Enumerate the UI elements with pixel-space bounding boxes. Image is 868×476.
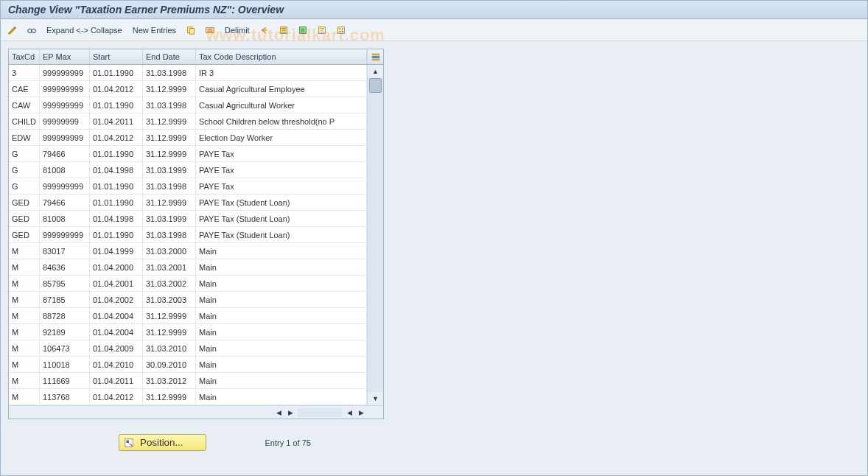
- table-row[interactable]: M11001801.04.201030.09.2010Main: [9, 357, 367, 373]
- hscroll-left2-icon[interactable]: ◀: [343, 406, 355, 419]
- table-row[interactable]: M10647301.04.200931.03.2010Main: [9, 340, 367, 357]
- cell-taxcd[interactable]: M: [9, 373, 40, 388]
- scroll-up-icon[interactable]: ▲: [368, 65, 383, 78]
- cell-taxcd[interactable]: GED: [9, 227, 40, 242]
- config-icon[interactable]: [334, 23, 349, 38]
- cell-desc: PAYE Tax (Student Loan): [196, 195, 367, 210]
- cell-end: 31.03.2012: [143, 373, 196, 388]
- col-header-epmax[interactable]: EP Max: [40, 49, 90, 64]
- cell-taxcd[interactable]: M: [9, 259, 40, 275]
- cell-epmax: 92189: [40, 324, 90, 340]
- hscroll-right2-icon[interactable]: ▶: [355, 406, 367, 419]
- table-row[interactable]: M8579501.04.200131.03.2002Main: [9, 276, 367, 292]
- cell-taxcd[interactable]: G: [9, 146, 40, 161]
- table-row[interactable]: M8718501.04.200231.03.2003Main: [9, 292, 367, 308]
- cell-desc: Main: [196, 308, 367, 323]
- cell-start: 01.04.2004: [90, 324, 143, 340]
- cell-taxcd[interactable]: GED: [9, 211, 40, 226]
- table-row[interactable]: M9218901.04.200431.12.9999Main: [9, 324, 367, 340]
- vertical-scrollbar[interactable]: ▲ ▼: [367, 65, 383, 405]
- cell-taxcd[interactable]: EDW: [9, 130, 40, 145]
- cell-taxcd[interactable]: M: [9, 357, 40, 372]
- position-button[interactable]: Position...: [119, 434, 206, 451]
- select-block-icon[interactable]: [295, 23, 310, 38]
- table-row[interactable]: GED99999999901.01.199031.03.1998PAYE Tax…: [9, 227, 367, 243]
- glasses-icon[interactable]: [24, 23, 39, 38]
- hscroll-right-icon[interactable]: ▶: [284, 406, 296, 419]
- table-row[interactable]: M11376801.04.201231.12.9999Main: [9, 389, 367, 405]
- scroll-track[interactable]: [368, 78, 383, 392]
- data-grid: TaxCd EP Max Start End Date Tax Code Des…: [8, 49, 384, 419]
- cell-epmax: 99999999: [40, 113, 90, 129]
- cell-taxcd[interactable]: CAW: [9, 97, 40, 113]
- cell-desc: Main: [196, 389, 367, 405]
- table-row[interactable]: GED8100801.04.199831.03.1999PAYE Tax (St…: [9, 211, 367, 227]
- cell-taxcd[interactable]: M: [9, 389, 40, 405]
- svg-rect-10: [339, 28, 340, 29]
- table-row[interactable]: G7946601.01.199031.12.9999PAYE Tax: [9, 146, 367, 162]
- deselect-all-icon[interactable]: [315, 23, 329, 38]
- col-header-taxcd[interactable]: TaxCd: [9, 49, 40, 64]
- col-header-desc[interactable]: Tax Code Description: [196, 49, 367, 64]
- table-row[interactable]: M8463601.04.200031.03.2001Main: [9, 259, 367, 276]
- col-header-end[interactable]: End Date: [143, 49, 196, 64]
- cell-desc: PAYE Tax: [196, 162, 367, 178]
- table-row[interactable]: G99999999901.01.199031.03.1998PAYE Tax: [9, 178, 367, 195]
- undo-icon[interactable]: [257, 23, 272, 38]
- cell-start: 01.04.2002: [90, 292, 143, 307]
- col-header-start[interactable]: Start: [90, 49, 143, 64]
- table-row[interactable]: G8100801.04.199831.03.1999PAYE Tax: [9, 162, 367, 178]
- copy-icon[interactable]: [183, 23, 198, 38]
- delimit-button[interactable]: Delimit: [222, 24, 253, 36]
- delete-icon[interactable]: [203, 23, 217, 38]
- table-row[interactable]: GED7946601.01.199031.12.9999PAYE Tax (St…: [9, 195, 367, 211]
- cell-epmax: 87185: [40, 292, 90, 307]
- svg-rect-16: [371, 59, 379, 61]
- cell-taxcd[interactable]: M: [9, 340, 40, 356]
- table-row[interactable]: EDW99999999901.04.201231.12.9999Election…: [9, 130, 367, 146]
- table-settings-icon[interactable]: [367, 49, 383, 64]
- cell-epmax: 79466: [40, 195, 90, 210]
- table-row[interactable]: M8872801.04.200431.12.9999Main: [9, 308, 367, 324]
- table-row[interactable]: CHILD9999999901.04.201131.12.9999School …: [9, 113, 367, 130]
- cell-taxcd[interactable]: CAE: [9, 81, 40, 97]
- hscroll-left-icon[interactable]: ◀: [273, 406, 284, 419]
- svg-rect-9: [337, 27, 344, 33]
- cell-taxcd[interactable]: M: [9, 292, 40, 307]
- cell-taxcd[interactable]: GED: [9, 195, 40, 210]
- cell-start: 01.01.1990: [90, 195, 143, 210]
- grid-header-row: TaxCd EP Max Start End Date Tax Code Des…: [9, 49, 383, 65]
- cell-taxcd[interactable]: G: [9, 162, 40, 178]
- new-entries-button[interactable]: New Entries: [130, 24, 179, 36]
- table-row[interactable]: M8301701.04.199931.03.2000Main: [9, 243, 367, 259]
- cell-end: 31.12.9999: [143, 81, 196, 97]
- cell-epmax: 84636: [40, 259, 90, 275]
- cell-end: 31.03.2002: [143, 276, 196, 291]
- scroll-down-icon[interactable]: ▼: [368, 392, 383, 405]
- cell-taxcd[interactable]: M: [9, 276, 40, 291]
- svg-rect-7: [301, 28, 304, 32]
- cell-epmax: 110018: [40, 357, 90, 372]
- select-all-icon[interactable]: [276, 23, 291, 38]
- cell-taxcd[interactable]: M: [9, 243, 40, 259]
- cell-taxcd[interactable]: M: [9, 324, 40, 340]
- table-row[interactable]: CAE99999999901.04.201231.12.9999Casual A…: [9, 81, 367, 97]
- cell-taxcd[interactable]: 3: [9, 65, 40, 80]
- horizontal-scrollbar[interactable]: ◀ ▶ ◀ ▶: [9, 405, 383, 419]
- table-row[interactable]: M11166901.04.201131.03.2012Main: [9, 373, 367, 389]
- cell-taxcd[interactable]: G: [9, 178, 40, 194]
- cell-epmax: 81008: [40, 211, 90, 226]
- table-row[interactable]: 399999999901.01.199031.03.1998IR 3: [9, 65, 367, 81]
- cell-taxcd[interactable]: M: [9, 308, 40, 323]
- expand-collapse-button[interactable]: Expand <-> Collapse: [43, 24, 125, 36]
- cell-end: 31.03.2000: [143, 243, 196, 259]
- cell-end: 31.03.1999: [143, 162, 196, 178]
- scroll-thumb[interactable]: [369, 78, 382, 93]
- cell-taxcd[interactable]: CHILD: [9, 113, 40, 129]
- toggle-change-icon[interactable]: [5, 23, 20, 38]
- cell-start: 01.04.1998: [90, 211, 143, 226]
- table-row[interactable]: CAW99999999901.01.199031.03.1998Casual A…: [9, 97, 367, 113]
- cell-desc: PAYE Tax (Student Loan): [196, 227, 367, 242]
- cell-start: 01.04.2004: [90, 308, 143, 323]
- cell-end: 31.03.2001: [143, 259, 196, 275]
